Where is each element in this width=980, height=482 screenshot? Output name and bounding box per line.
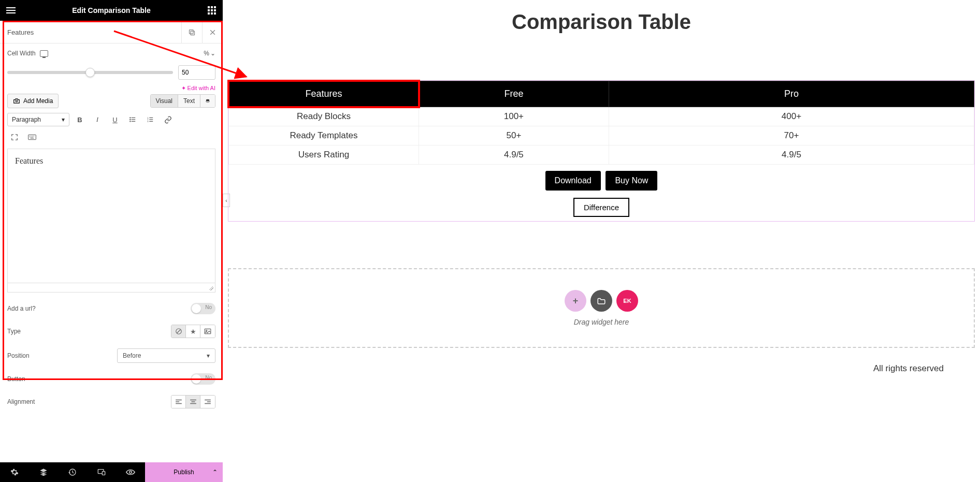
- preview-icon[interactable]: [116, 462, 145, 482]
- svg-rect-18: [28, 135, 36, 139]
- numbered-list-button[interactable]: 123: [143, 112, 157, 127]
- edit-with-ai-link[interactable]: ✦Edit with AI: [0, 85, 223, 94]
- editor-toolbar: Add Media Visual Text: [0, 94, 223, 112]
- chevron-up-icon: ⌃: [212, 469, 218, 476]
- svg-point-4: [16, 100, 18, 102]
- panel-body: Features Cell Width %: [0, 21, 223, 482]
- button-toggle[interactable]: No: [191, 373, 215, 385]
- apps-icon[interactable]: [204, 3, 220, 18]
- type-row: Type ★: [0, 319, 223, 343]
- align-left-icon[interactable]: [171, 396, 186, 408]
- duplicate-icon[interactable]: [181, 21, 202, 43]
- template-library-icon[interactable]: [590, 290, 612, 312]
- bold-button[interactable]: B: [73, 112, 87, 127]
- add-url-label: Add a url?: [7, 305, 36, 312]
- svg-point-30: [206, 330, 207, 331]
- add-url-row: Add a url? No: [0, 298, 223, 319]
- panel-title: Edit Comparison Table: [19, 6, 204, 14]
- tab-visual[interactable]: Visual: [151, 95, 178, 107]
- responsive-icon[interactable]: [87, 462, 116, 482]
- panel-header: Edit Comparison Table: [0, 0, 223, 21]
- difference-button[interactable]: Difference: [573, 198, 629, 217]
- dynamic-tags-icon[interactable]: [200, 95, 215, 107]
- page-title: Comparison Table: [228, 10, 975, 34]
- section-title: Features: [7, 28, 34, 36]
- align-right-icon[interactable]: [200, 396, 215, 408]
- svg-point-9: [130, 118, 131, 118]
- svg-point-10: [130, 119, 131, 120]
- position-label: Position: [7, 352, 30, 359]
- bulleted-list-button[interactable]: [125, 112, 140, 127]
- table-row: Users Rating 4.9/5 4.9/5: [229, 145, 974, 165]
- button-row: Button No: [0, 368, 223, 390]
- drop-zone[interactable]: + EK Drag widget here: [228, 268, 975, 348]
- cell-width-label: Cell Width: [7, 50, 36, 57]
- desktop-icon[interactable]: [40, 50, 48, 57]
- cell-width-input[interactable]: [178, 65, 215, 80]
- rich-text-editor[interactable]: Features: [7, 149, 215, 283]
- underline-button[interactable]: U: [108, 112, 122, 127]
- add-media-label: Add Media: [23, 97, 53, 105]
- layers-icon[interactable]: [29, 462, 58, 482]
- history-icon[interactable]: [58, 462, 87, 482]
- alignment-row: Alignment: [0, 390, 223, 414]
- svg-line-28: [177, 330, 180, 333]
- svg-rect-0: [191, 31, 195, 35]
- button-row: Download Buy Now: [228, 171, 974, 191]
- add-media-button[interactable]: Add Media: [7, 94, 59, 108]
- tab-text[interactable]: Text: [178, 95, 200, 107]
- type-label: Type: [7, 328, 21, 335]
- publish-button[interactable]: Publish ⌃: [145, 462, 223, 482]
- type-star-icon[interactable]: ★: [186, 325, 200, 338]
- type-selector: ★: [171, 325, 215, 338]
- add-url-toggle[interactable]: No: [191, 303, 215, 314]
- toggle-no-label: No: [205, 304, 212, 310]
- toggle-no-label: No: [205, 375, 212, 381]
- table-header-pro[interactable]: Pro: [609, 81, 974, 107]
- cell-width-row: Cell Width %: [0, 43, 223, 63]
- camera-icon: [13, 97, 20, 105]
- button-label: Button: [7, 375, 25, 383]
- alignment-selector: [171, 395, 215, 408]
- elementskit-icon[interactable]: EK: [616, 290, 638, 312]
- italic-button[interactable]: I: [90, 112, 105, 127]
- comparison-table: Features Free Pro Ready Blocks 100+ 400+…: [228, 81, 974, 165]
- rte-resize-handle[interactable]: [7, 283, 215, 293]
- download-button[interactable]: Download: [545, 171, 601, 191]
- table-row: Ready Templates 50+ 70+: [229, 126, 974, 145]
- svg-rect-41: [102, 472, 105, 475]
- alignment-label: Alignment: [7, 398, 35, 405]
- canvas: ‹ Comparison Table Features Free Pro Rea…: [223, 0, 980, 482]
- close-icon[interactable]: [202, 21, 223, 43]
- settings-icon[interactable]: [0, 462, 29, 482]
- svg-text:3: 3: [147, 120, 149, 123]
- fullscreen-button[interactable]: [7, 130, 22, 144]
- svg-rect-1: [190, 30, 194, 34]
- position-select[interactable]: Before▾: [117, 348, 215, 363]
- link-button[interactable]: [161, 112, 175, 127]
- section-header[interactable]: Features: [0, 21, 223, 43]
- format-toolbar-2: [0, 130, 223, 149]
- svg-point-11: [130, 121, 131, 122]
- type-none-icon[interactable]: [171, 325, 186, 338]
- comparison-table-widget[interactable]: Features Free Pro Ready Blocks 100+ 400+…: [228, 80, 975, 222]
- add-section-icon[interactable]: +: [565, 290, 586, 312]
- table-header-features[interactable]: Features: [229, 81, 419, 107]
- editor-panel: Edit Comparison Table Features: [0, 0, 223, 482]
- drop-hint: Drag widget here: [229, 318, 974, 326]
- type-image-icon[interactable]: [200, 325, 215, 338]
- unit-selector[interactable]: %: [204, 50, 215, 57]
- menu-icon[interactable]: [3, 3, 19, 18]
- buy-now-button[interactable]: Buy Now: [606, 171, 657, 191]
- table-header-free[interactable]: Free: [419, 81, 609, 107]
- editor-mode-tabs: Visual Text: [150, 94, 215, 108]
- position-row: Position Before▾: [0, 343, 223, 368]
- slider-thumb[interactable]: [85, 68, 95, 77]
- sparkle-icon: ✦: [181, 85, 186, 91]
- keyboard-button[interactable]: [25, 130, 39, 144]
- paragraph-select[interactable]: Paragraph▾: [7, 113, 69, 126]
- difference-row: Difference: [228, 198, 974, 217]
- align-center-icon[interactable]: [186, 396, 200, 408]
- cell-width-slider[interactable]: [7, 71, 173, 74]
- svg-point-42: [129, 471, 132, 474]
